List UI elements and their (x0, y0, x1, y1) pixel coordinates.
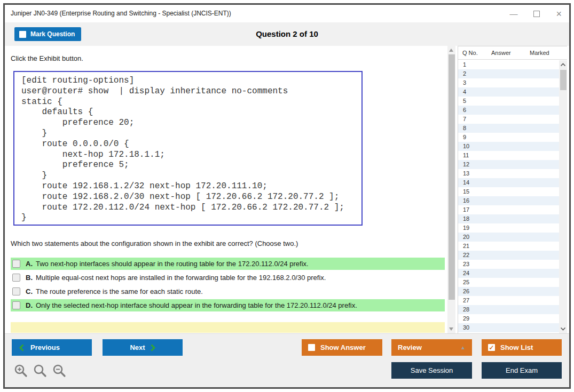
question-list-row[interactable]: 14 (458, 178, 559, 187)
question-number: 8 (463, 125, 466, 131)
title-bar: Juniper JN0-349 (Enterprise Routing and … (5, 5, 569, 22)
question-list-row[interactable]: 13 (458, 169, 559, 178)
question-list-row[interactable]: 6 (458, 106, 559, 115)
question-number: 12 (463, 161, 469, 167)
save-session-label: Save Session (411, 366, 453, 374)
review-button[interactable]: Review ▲ (391, 339, 472, 356)
answer-option-d[interactable]: D.Only the selected next-hop interface s… (11, 299, 445, 311)
question-list-row[interactable]: 30 (458, 323, 559, 332)
option-text: The route preference is the same for eac… (36, 287, 203, 295)
question-number: 28 (463, 306, 469, 313)
question-list-row[interactable]: 15 (458, 187, 559, 196)
question-list-row[interactable]: 29 (458, 314, 559, 323)
maximize-icon[interactable] (533, 11, 540, 17)
previous-button[interactable]: Previous (12, 339, 92, 356)
chevron-left-icon (19, 344, 24, 351)
question-list-row[interactable]: 1 (458, 60, 559, 69)
question-number: 26 (463, 288, 469, 294)
option-text: Multiple equal-cost next hops are instal… (36, 274, 326, 282)
question-list-row[interactable]: 2 (458, 69, 559, 78)
main-scrollbar[interactable] (447, 46, 455, 333)
option-checkbox[interactable] (12, 260, 20, 268)
answer-option-c[interactable]: C.The route preference is the same for e… (11, 285, 445, 298)
exhibit-code-line: } (21, 213, 361, 223)
chevron-right-icon (151, 344, 155, 351)
sidebar-scrollbar[interactable] (559, 60, 567, 333)
question-number: 5 (463, 98, 466, 104)
question-list-row[interactable]: 18 (458, 214, 559, 223)
show-list-button[interactable]: ✓ Show List (482, 339, 562, 356)
question-list-row[interactable]: 4 (458, 87, 559, 97)
exhibit-code-line: static { (21, 97, 361, 108)
question-number: 6 (463, 107, 466, 113)
note-strip (11, 322, 445, 333)
show-answer-button[interactable]: Show Answer (302, 339, 382, 356)
question-number: 9 (463, 134, 466, 140)
option-checkbox[interactable] (12, 274, 20, 282)
sidebar-scrollbar-thumb[interactable] (560, 70, 567, 90)
question-number: 23 (463, 261, 469, 267)
option-checkbox[interactable] (12, 287, 20, 295)
review-label: Review (398, 343, 422, 351)
question-list-row[interactable]: 8 (458, 124, 559, 133)
main-scrollbar-thumb[interactable] (449, 54, 455, 300)
show-list-label: Show List (500, 343, 533, 351)
question-list-row[interactable]: 7 (458, 115, 559, 124)
exhibit-code-line: route 192.168.1.2/32 next-hop 172.20.111… (21, 181, 361, 192)
exhibit-code-line: route 172.20.112.0/24 next-hop [ 172.20.… (21, 203, 361, 213)
answer-option-a[interactable]: A.Two next-hop interfaces should appear … (11, 258, 445, 270)
question-list-row[interactable]: 12 (458, 160, 559, 169)
question-number: 29 (463, 315, 469, 322)
question-list-row[interactable]: 21 (458, 242, 559, 251)
question-list-row[interactable]: 22 (458, 251, 559, 260)
question-list: 1234567891011121314151617181920212223242… (458, 60, 559, 333)
show-answer-label: Show Answer (320, 343, 366, 351)
question-number: 19 (463, 225, 469, 231)
close-icon[interactable]: × (556, 9, 562, 19)
col-qno: Q No. (458, 50, 491, 56)
zoom-reset-icon[interactable] (33, 364, 48, 378)
exhibit-code-line: [edit routing-options] (21, 76, 361, 86)
question-number: 15 (463, 188, 469, 195)
question-list-row[interactable]: 23 (458, 260, 559, 269)
question-number: 14 (463, 179, 469, 186)
minimize-icon[interactable]: — (509, 10, 517, 18)
option-checkbox[interactable] (12, 301, 20, 309)
question-list-panel: Q No. Answer Marked 12345678910111213141… (458, 46, 567, 333)
next-label: Next (130, 343, 145, 351)
question-list-row[interactable]: 9 (458, 133, 559, 142)
show-answer-checkbox[interactable] (308, 344, 315, 351)
show-list-checkbox[interactable]: ✓ (488, 344, 495, 351)
option-letter: D. (26, 301, 33, 309)
question-list-row[interactable]: 27 (458, 296, 559, 305)
question-number: 16 (463, 197, 469, 204)
question-number: 22 (463, 252, 469, 258)
col-answer: Answer (491, 50, 530, 56)
question-list-row[interactable]: 16 (458, 196, 559, 205)
end-exam-button[interactable]: End Exam (482, 362, 562, 379)
question-list-row[interactable]: 25 (458, 278, 559, 287)
question-list-row[interactable]: 11 (458, 151, 559, 160)
scroll-up-icon[interactable] (449, 49, 453, 52)
scroll-down-icon[interactable] (449, 327, 453, 331)
question-list-row[interactable]: 3 (458, 78, 559, 87)
question-list-row[interactable]: 17 (458, 205, 559, 214)
chevron-up-icon[interactable] (560, 63, 566, 67)
question-list-row[interactable]: 20 (458, 233, 559, 242)
zoom-out-icon[interactable] (52, 364, 67, 378)
question-list-row[interactable]: 10 (458, 142, 559, 151)
question-list-row[interactable]: 28 (458, 305, 559, 314)
save-session-button[interactable]: Save Session (391, 362, 472, 379)
question-number: 1 (463, 61, 466, 68)
answer-options: A.Two next-hop interfaces should appear … (11, 258, 445, 313)
question-number: 27 (463, 297, 469, 303)
question-list-row[interactable]: 24 (458, 269, 559, 278)
question-list-row[interactable]: 5 (458, 97, 559, 106)
chevron-down-icon[interactable] (560, 327, 566, 331)
question-list-row[interactable]: 19 (458, 223, 559, 233)
zoom-in-icon[interactable] (14, 364, 28, 378)
question-list-header: Q No. Answer Marked (458, 46, 567, 60)
next-button[interactable]: Next (103, 339, 183, 356)
question-list-row[interactable]: 26 (458, 287, 559, 296)
answer-option-b[interactable]: B.Multiple equal-cost next hops are inst… (11, 271, 445, 284)
